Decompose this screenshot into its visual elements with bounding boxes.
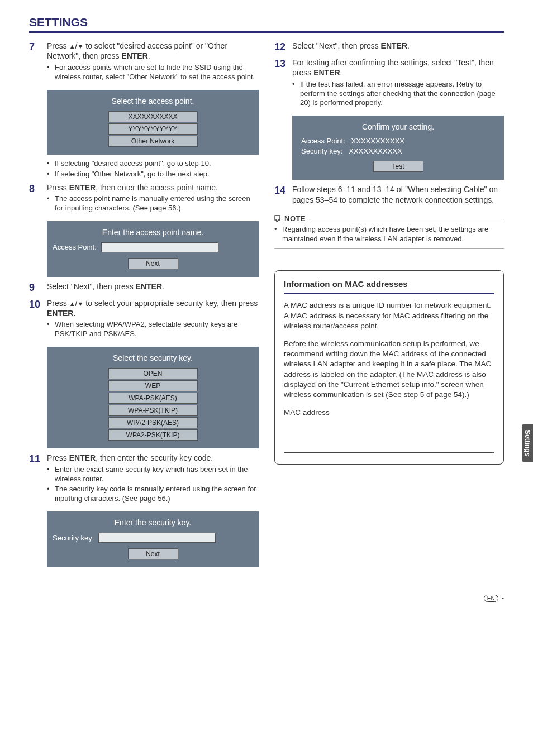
step-number: 10 <box>29 298 47 343</box>
ap-option[interactable]: YYYYYYYYYYY <box>108 123 198 135</box>
step-7: 7 Press ▲/▼ to select "desired access po… <box>29 41 259 85</box>
test-button[interactable]: Test <box>373 161 423 172</box>
note-body: Regarding access point(s) which have bee… <box>274 225 504 249</box>
step-number: 14 <box>274 184 292 207</box>
step-text: For testing after confirming the setting… <box>292 58 504 78</box>
next-button[interactable]: Next <box>128 548 178 559</box>
note-header: NOTE <box>274 214 504 223</box>
step-body: Press ▲/▼ to select "desired access poin… <box>47 41 259 85</box>
screen-title: Enter the security key. <box>53 518 253 527</box>
bullet: If selecting "desired access point", go … <box>47 159 259 169</box>
step-text: Select "Next", then press ENTER. <box>292 41 504 51</box>
security-key-input[interactable] <box>98 533 216 543</box>
kv-key: Security key: <box>301 147 342 155</box>
screen-title: Select the access point. <box>53 97 253 106</box>
step-text: Select "Next", then press ENTER. <box>47 281 259 291</box>
step-14: 14 Follow steps 6–11 and 13–14 of "When … <box>274 184 504 207</box>
left-column: 7 Press ▲/▼ to select "desired access po… <box>29 41 259 572</box>
step-number: 7 <box>29 41 47 85</box>
step-body: Select "Next", then press ENTER. <box>292 41 504 54</box>
title-bar: SETTINGS <box>29 16 504 33</box>
security-option[interactable]: WEP <box>108 380 198 391</box>
screen-select-access-point: Select the access point. XXXXXXXXXXX YYY… <box>47 90 259 155</box>
bullet: For access points which are set to hide … <box>47 63 259 82</box>
kv-value: XXXXXXXXXXX <box>351 137 404 145</box>
step-number: 9 <box>29 281 47 295</box>
step-11: 11 Press ENTER, then enter the security … <box>29 453 259 507</box>
bullet: If selecting "Other Network", go to the … <box>47 170 259 179</box>
ap-option-other[interactable]: Other Network <box>108 136 198 147</box>
screen-enter-security-key: Enter the security key. Security key: Ne… <box>47 511 259 567</box>
step-number: 13 <box>274 58 292 112</box>
info-paragraph: Before the wireless communication setup … <box>284 339 494 400</box>
step-text: Press ENTER, then enter the security key… <box>47 453 259 463</box>
right-column: 12 Select "Next", then press ENTER. 13 F… <box>274 41 504 572</box>
step-body: Press ▲/▼ to select your appropriate sec… <box>47 298 259 343</box>
page-title: SETTINGS <box>29 16 88 28</box>
footer-dash: - <box>500 594 504 602</box>
step-10: 10 Press ▲/▼ to select your appropriate … <box>29 298 259 343</box>
step-text: Press ENTER, then enter the access point… <box>47 183 259 193</box>
step-9: 9 Select "Next", then press ENTER. <box>29 281 259 295</box>
step-body: Press ENTER, then enter the security key… <box>47 453 259 507</box>
step-body: For testing after confirming the setting… <box>292 58 504 112</box>
mac-address-label: MAC address <box>284 408 494 418</box>
bullet: The security key code is manually entere… <box>47 485 259 504</box>
security-option[interactable]: OPEN <box>108 368 198 379</box>
side-tab-settings: Settings <box>522 424 533 462</box>
note-icon <box>274 215 282 222</box>
field-label: Access Point: <box>53 243 97 251</box>
step-body: Select "Next", then press ENTER. <box>47 281 259 295</box>
info-heading: Information on MAC addresses <box>284 279 494 294</box>
step-text: Press ▲/▼ to select "desired access poin… <box>47 41 259 61</box>
ap-name-input[interactable] <box>101 242 218 252</box>
kv-key: Access Point: <box>301 137 345 145</box>
field-label: Security key: <box>53 534 94 542</box>
security-option[interactable]: WPA-PSK(AES) <box>108 393 198 404</box>
next-button[interactable]: Next <box>128 258 178 269</box>
bullet: The access point name is manually entere… <box>47 194 259 213</box>
step-number: 11 <box>29 453 47 507</box>
ap-option[interactable]: XXXXXXXXXXX <box>108 111 198 122</box>
step-12: 12 Select "Next", then press ENTER. <box>274 41 504 54</box>
bullet: When selecting WPA/WPA2, selectable secu… <box>47 320 259 339</box>
mac-info-box: Information on MAC addresses A MAC addre… <box>274 270 504 464</box>
screen-title: Select the security key. <box>53 353 253 362</box>
bullet: If the test has failed, an error message… <box>292 80 504 108</box>
page: SETTINGS 7 Press ▲/▼ to select "desired … <box>0 0 533 583</box>
bullet: Enter the exact same security key which … <box>47 465 259 484</box>
mac-address-write-line <box>284 419 494 453</box>
security-option[interactable]: WPA2-PSK(AES) <box>108 417 198 428</box>
page-footer: EN - <box>0 583 533 607</box>
note-rule <box>310 219 504 219</box>
step-body: Follow steps 6–11 and 13–14 of "When sel… <box>292 184 504 207</box>
two-column-layout: 7 Press ▲/▼ to select "desired access po… <box>29 41 504 572</box>
lang-badge: EN <box>484 595 498 602</box>
screen-title: Enter the access point name. <box>53 228 253 237</box>
step-text: Follow steps 6–11 and 13–14 of "When sel… <box>292 184 504 205</box>
step-number: 12 <box>274 41 292 54</box>
step-13: 13 For testing after confirming the sett… <box>274 58 504 112</box>
security-option[interactable]: WPA-PSK(TKIP) <box>108 405 198 416</box>
kv-value: XXXXXXXXXXX <box>349 147 402 155</box>
step-body: Press ENTER, then enter the access point… <box>47 183 259 217</box>
note-label: NOTE <box>284 214 306 223</box>
security-option[interactable]: WPA2-PSK(TKIP) <box>108 429 198 441</box>
screen-enter-ap-name: Enter the access point name. Access Poin… <box>47 221 259 277</box>
info-paragraph: A MAC address is a unique ID number for … <box>284 300 494 331</box>
step-number: 8 <box>29 183 47 217</box>
step-8: 8 Press ENTER, then enter the access poi… <box>29 183 259 217</box>
screen-title: Confirm your setting. <box>298 122 498 131</box>
step-text: Press ▲/▼ to select your appropriate sec… <box>47 298 259 319</box>
screen-confirm-setting: Confirm your setting. Access Point: XXXX… <box>292 116 504 180</box>
screen-select-security-key: Select the security key. OPEN WEP WPA-PS… <box>47 347 259 448</box>
